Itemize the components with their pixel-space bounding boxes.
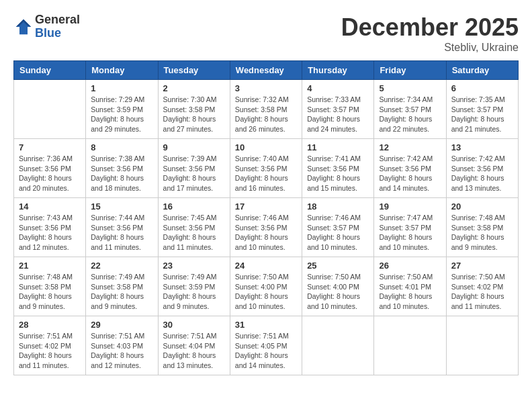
calendar-cell: 27Sunrise: 7:50 AMSunset: 4:02 PMDayligh… (446, 257, 518, 316)
day-number: 7 (19, 142, 81, 152)
day-number: 27 (451, 261, 513, 271)
day-number: 21 (19, 261, 81, 271)
calendar-header-friday: Friday (374, 61, 446, 80)
calendar-cell: 6Sunrise: 7:35 AMSunset: 3:57 PMDaylight… (446, 80, 518, 139)
calendar-cell (446, 316, 518, 375)
calendar-cell: 18Sunrise: 7:46 AMSunset: 3:57 PMDayligh… (302, 198, 374, 257)
calendar-header-row: SundayMondayTuesdayWednesdayThursdayFrid… (14, 61, 519, 80)
calendar-cell: 7Sunrise: 7:36 AMSunset: 3:56 PMDaylight… (14, 139, 86, 198)
calendar-cell: 16Sunrise: 7:45 AMSunset: 3:56 PMDayligh… (158, 198, 230, 257)
calendar-cell: 31Sunrise: 7:51 AMSunset: 4:05 PMDayligh… (230, 316, 302, 375)
calendar-cell: 24Sunrise: 7:50 AMSunset: 4:00 PMDayligh… (230, 257, 302, 316)
calendar-cell: 8Sunrise: 7:38 AMSunset: 3:56 PMDaylight… (86, 139, 158, 198)
day-info: Sunrise: 7:51 AMSunset: 4:02 PMDaylight:… (19, 331, 81, 371)
day-number: 6 (451, 83, 513, 93)
calendar-cell: 9Sunrise: 7:39 AMSunset: 3:56 PMDaylight… (158, 139, 230, 198)
logo-icon (13, 17, 34, 37)
calendar-cell (374, 316, 446, 375)
calendar-header-saturday: Saturday (446, 61, 518, 80)
day-number: 15 (91, 201, 152, 212)
day-info: Sunrise: 7:49 AMSunset: 3:59 PMDaylight:… (163, 272, 225, 312)
day-info: Sunrise: 7:36 AMSunset: 3:56 PMDaylight:… (19, 154, 81, 193)
calendar-header-wednesday: Wednesday (230, 61, 302, 80)
day-number: 8 (91, 142, 152, 152)
day-number: 3 (235, 83, 297, 93)
calendar-header-monday: Monday (86, 61, 158, 80)
calendar-week-4: 21Sunrise: 7:48 AMSunset: 3:58 PMDayligh… (14, 257, 519, 316)
calendar-cell: 12Sunrise: 7:42 AMSunset: 3:56 PMDayligh… (374, 139, 446, 198)
day-info: Sunrise: 7:43 AMSunset: 3:56 PMDaylight:… (19, 213, 81, 253)
calendar-week-3: 14Sunrise: 7:43 AMSunset: 3:56 PMDayligh… (14, 198, 519, 257)
calendar-week-1: 1Sunrise: 7:29 AMSunset: 3:59 PMDaylight… (14, 80, 519, 139)
calendar-cell: 30Sunrise: 7:51 AMSunset: 4:04 PMDayligh… (158, 316, 230, 375)
day-number: 16 (163, 201, 225, 212)
day-info: Sunrise: 7:46 AMSunset: 3:56 PMDaylight:… (235, 213, 297, 253)
calendar-cell: 2Sunrise: 7:30 AMSunset: 3:58 PMDaylight… (158, 80, 230, 139)
day-info: Sunrise: 7:48 AMSunset: 3:58 PMDaylight:… (451, 213, 513, 253)
day-number: 4 (307, 83, 369, 93)
day-info: Sunrise: 7:45 AMSunset: 3:56 PMDaylight:… (163, 213, 225, 253)
day-info: Sunrise: 7:38 AMSunset: 3:56 PMDaylight:… (91, 154, 152, 193)
day-info: Sunrise: 7:34 AMSunset: 3:57 PMDaylight:… (379, 95, 441, 134)
calendar-cell: 19Sunrise: 7:47 AMSunset: 3:57 PMDayligh… (374, 198, 446, 257)
location: Stebliv, Ukraine (341, 42, 519, 54)
day-number: 22 (91, 261, 152, 271)
day-info: Sunrise: 7:42 AMSunset: 3:56 PMDaylight:… (451, 154, 513, 193)
day-info: Sunrise: 7:32 AMSunset: 3:58 PMDaylight:… (235, 95, 297, 134)
day-number: 2 (163, 83, 225, 93)
day-info: Sunrise: 7:50 AMSunset: 4:00 PMDaylight:… (307, 272, 369, 312)
calendar-header-tuesday: Tuesday (158, 61, 230, 80)
calendar-header-thursday: Thursday (302, 61, 374, 80)
calendar-cell: 14Sunrise: 7:43 AMSunset: 3:56 PMDayligh… (14, 198, 86, 257)
day-number: 11 (307, 142, 369, 152)
day-number: 20 (451, 201, 513, 212)
day-number: 5 (379, 83, 441, 93)
calendar-cell: 21Sunrise: 7:48 AMSunset: 3:58 PMDayligh… (14, 257, 86, 316)
calendar-cell: 23Sunrise: 7:49 AMSunset: 3:59 PMDayligh… (158, 257, 230, 316)
day-number: 26 (379, 261, 441, 271)
logo-general-text: General (35, 13, 80, 27)
day-number: 25 (307, 261, 369, 271)
day-info: Sunrise: 7:42 AMSunset: 3:56 PMDaylight:… (379, 154, 441, 193)
calendar-cell: 29Sunrise: 7:51 AMSunset: 4:03 PMDayligh… (86, 316, 158, 375)
day-number: 19 (379, 201, 441, 212)
day-info: Sunrise: 7:35 AMSunset: 3:57 PMDaylight:… (451, 95, 513, 134)
calendar-cell: 11Sunrise: 7:41 AMSunset: 3:56 PMDayligh… (302, 139, 374, 198)
day-number: 23 (163, 261, 225, 271)
calendar-cell: 28Sunrise: 7:51 AMSunset: 4:02 PMDayligh… (14, 316, 86, 375)
day-number: 29 (91, 320, 152, 330)
day-number: 1 (91, 83, 152, 93)
day-number: 14 (19, 201, 81, 212)
day-info: Sunrise: 7:50 AMSunset: 4:02 PMDaylight:… (451, 272, 513, 312)
logo-text: General Blue (35, 13, 80, 40)
calendar-cell: 1Sunrise: 7:29 AMSunset: 3:59 PMDaylight… (86, 80, 158, 139)
day-number: 31 (235, 320, 297, 330)
day-info: Sunrise: 7:51 AMSunset: 4:04 PMDaylight:… (163, 331, 225, 371)
day-number: 30 (163, 320, 225, 330)
calendar-cell: 4Sunrise: 7:33 AMSunset: 3:57 PMDaylight… (302, 80, 374, 139)
day-number: 17 (235, 201, 297, 212)
calendar-header-sunday: Sunday (14, 61, 86, 80)
page-header: General Blue December 2025 Stebliv, Ukra… (13, 13, 519, 54)
day-info: Sunrise: 7:48 AMSunset: 3:58 PMDaylight:… (19, 272, 81, 312)
calendar-cell: 15Sunrise: 7:44 AMSunset: 3:56 PMDayligh… (86, 198, 158, 257)
day-info: Sunrise: 7:46 AMSunset: 3:57 PMDaylight:… (307, 213, 369, 253)
calendar-cell: 20Sunrise: 7:48 AMSunset: 3:58 PMDayligh… (446, 198, 518, 257)
day-info: Sunrise: 7:44 AMSunset: 3:56 PMDaylight:… (91, 213, 152, 253)
title-section: December 2025 Stebliv, Ukraine (341, 13, 519, 54)
calendar-cell (14, 80, 86, 139)
calendar-week-2: 7Sunrise: 7:36 AMSunset: 3:56 PMDaylight… (14, 139, 519, 198)
day-info: Sunrise: 7:50 AMSunset: 4:00 PMDaylight:… (235, 272, 297, 312)
day-info: Sunrise: 7:30 AMSunset: 3:58 PMDaylight:… (163, 95, 225, 134)
day-number: 18 (307, 201, 369, 212)
logo: General Blue (13, 13, 80, 40)
calendar-cell: 22Sunrise: 7:49 AMSunset: 3:58 PMDayligh… (86, 257, 158, 316)
calendar-cell: 5Sunrise: 7:34 AMSunset: 3:57 PMDaylight… (374, 80, 446, 139)
calendar-cell: 25Sunrise: 7:50 AMSunset: 4:00 PMDayligh… (302, 257, 374, 316)
day-number: 10 (235, 142, 297, 152)
month-title: December 2025 (341, 13, 519, 42)
calendar-cell: 26Sunrise: 7:50 AMSunset: 4:01 PMDayligh… (374, 257, 446, 316)
day-info: Sunrise: 7:39 AMSunset: 3:56 PMDaylight:… (163, 154, 225, 193)
day-info: Sunrise: 7:51 AMSunset: 4:05 PMDaylight:… (235, 331, 297, 371)
day-info: Sunrise: 7:33 AMSunset: 3:57 PMDaylight:… (307, 95, 369, 134)
